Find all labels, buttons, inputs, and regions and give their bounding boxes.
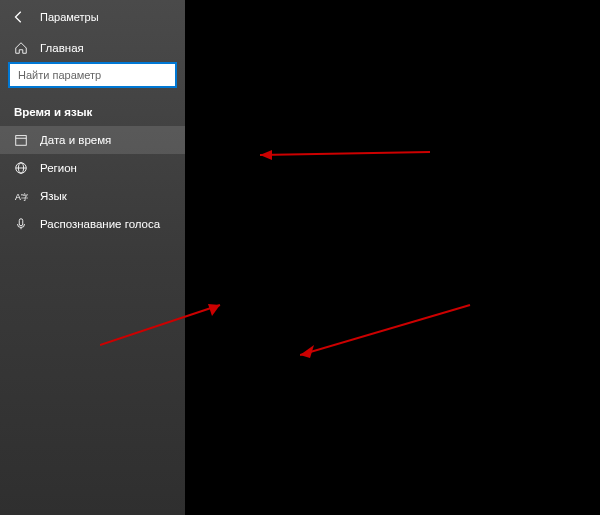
svg-line-13 bbox=[300, 305, 470, 355]
nav-home[interactable]: Главная bbox=[0, 34, 185, 62]
sidebar-item-region[interactable]: Регион bbox=[0, 154, 185, 182]
annotation-arrow bbox=[300, 300, 480, 360]
svg-line-9 bbox=[260, 152, 430, 155]
search-input[interactable] bbox=[8, 62, 177, 88]
sidebar-item-label: Распознавание голоса bbox=[40, 218, 160, 230]
sidebar-item-label: Дата и время bbox=[40, 134, 111, 146]
annotation-arrow bbox=[260, 140, 440, 170]
svg-text:A: A bbox=[15, 192, 21, 202]
svg-marker-10 bbox=[260, 150, 272, 160]
sidebar-item-label: Регион bbox=[40, 162, 77, 174]
sidebar-item-label: Язык bbox=[40, 190, 67, 202]
language-icon: A字 bbox=[14, 189, 28, 203]
window-title: Параметры bbox=[40, 11, 99, 23]
svg-rect-0 bbox=[16, 136, 27, 146]
globe-icon bbox=[14, 161, 28, 175]
category-header: Время и язык bbox=[0, 98, 185, 126]
home-icon bbox=[14, 41, 28, 55]
sidebar-item-speech[interactable]: Распознавание голоса bbox=[0, 210, 185, 238]
svg-marker-12 bbox=[208, 304, 220, 316]
sidebar-item-language[interactable]: A字 Язык bbox=[0, 182, 185, 210]
svg-rect-7 bbox=[19, 219, 23, 226]
microphone-icon bbox=[14, 217, 28, 231]
nav-home-label: Главная bbox=[40, 42, 84, 54]
calendar-icon bbox=[14, 133, 28, 147]
svg-text:字: 字 bbox=[21, 193, 28, 202]
sidebar-item-datetime[interactable]: Дата и время bbox=[0, 126, 185, 154]
back-icon[interactable] bbox=[12, 10, 26, 24]
svg-marker-14 bbox=[300, 345, 314, 358]
